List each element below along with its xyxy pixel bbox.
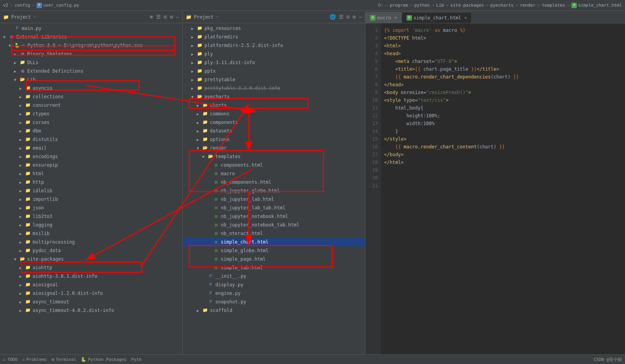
tree-item-components[interactable]: ▶ 📁 components bbox=[183, 118, 365, 127]
tree-item-aiosignal-dist[interactable]: ▶ 📁 aiosignal-1.2.0.dist-info bbox=[0, 289, 182, 298]
tree-item-simple-globe[interactable]: ▤ simple_globe.html bbox=[183, 246, 365, 255]
tree-item-nb-jupyter-lab-tab[interactable]: ▤ nb_jupyter_lab_tab.html bbox=[183, 204, 365, 212]
left-tree-view[interactable]: P main.py ▼ ▦ External Libraries ▼ 🐍 < P… bbox=[0, 23, 182, 354]
tree-item-site-packages[interactable]: ▼ 📂 site-packages bbox=[0, 255, 182, 263]
tree-item-ensurepip[interactable]: ▶ 📁 ensurepip bbox=[0, 161, 182, 169]
tree-item-async-timeout[interactable]: ▶ 📁 async_timeout bbox=[0, 298, 182, 306]
code-content[interactable]: {% import 'macro' as macro %} <!DOCTYPE … bbox=[381, 23, 625, 354]
tree-item-ply-dist[interactable]: ▶ 📁 ply-3.11.dist-info bbox=[183, 58, 365, 67]
tree-item-dlls[interactable]: ▶ 📁 DLLs bbox=[0, 58, 182, 67]
breadcrumb-render[interactable]: render bbox=[520, 3, 536, 8]
expand-all-icon-mid[interactable]: ☰ bbox=[339, 14, 344, 20]
status-pyth[interactable]: Pyth bbox=[131, 357, 142, 362]
tree-item-concurrent[interactable]: ▶ 📁 concurrent bbox=[0, 101, 182, 110]
tree-item-encodings[interactable]: ▶ 📁 encodings bbox=[0, 152, 182, 161]
tree-item-dbm[interactable]: ▶ 📁 dbm bbox=[0, 127, 182, 135]
tree-item-nb-jupyter-notebook-tab[interactable]: ▤ nb_jupyter_notebook_tab.html bbox=[183, 221, 365, 229]
macro-tab-close[interactable]: ✕ bbox=[394, 15, 397, 20]
tree-item-aiohttp[interactable]: ▶ 📁 aiohttp bbox=[0, 263, 182, 272]
tree-item-http[interactable]: ▶ 📁 http bbox=[0, 178, 182, 186]
tree-item-lib[interactable]: ▼ 📂 Lib bbox=[0, 75, 182, 84]
tree-item-templates[interactable]: ▼ 📂 templates bbox=[183, 152, 365, 161]
breadcrumb-templates[interactable]: templates bbox=[542, 3, 565, 8]
tree-item-ext-defs[interactable]: ▶ ▦ Extended Definitions bbox=[0, 67, 182, 75]
expand-all-icon[interactable]: ☰ bbox=[156, 14, 161, 20]
tree-item-python38[interactable]: ▼ 🐍 < Python 3.8 > D:\program\python\pyt… bbox=[0, 41, 182, 50]
breadcrumb-site-packages[interactable]: site-packages bbox=[450, 3, 484, 8]
tree-item-nb-components[interactable]: ▤ nb_components.html bbox=[183, 178, 365, 186]
tree-item-main-py[interactable]: P main.py bbox=[0, 24, 182, 33]
breadcrumb-python[interactable]: python bbox=[414, 3, 430, 8]
tree-item-multiprocessing[interactable]: ▶ 📁 multiprocessing bbox=[0, 238, 182, 246]
close-panel-icon[interactable]: — bbox=[176, 14, 179, 20]
tree-item-simple-chart[interactable]: ▤ simple_chart.html bbox=[183, 238, 365, 246]
tree-item-nb-jupyter-globe[interactable]: ▤ nb_jupyter_globe.html bbox=[183, 186, 365, 195]
breadcrumb-pyecharts[interactable]: pyecharts bbox=[491, 3, 514, 8]
tree-item-simple-tab[interactable]: ▤ simple_tab.html bbox=[183, 263, 365, 272]
breadcrumb-simple-chart[interactable]: simple_chart.html bbox=[578, 3, 622, 8]
tree-item-ctypes[interactable]: ▶ 📁 ctypes bbox=[0, 110, 182, 118]
settings-icon-mid[interactable]: ⚙ bbox=[353, 14, 356, 20]
tree-item-engine-py[interactable]: P engine.py bbox=[183, 289, 365, 298]
tree-item-idlelib[interactable]: ▶ 📁 idlelib bbox=[0, 186, 182, 195]
simple-chart-tab-close[interactable]: ✕ bbox=[464, 15, 467, 20]
tree-item-aiosignal[interactable]: ▶ 📁 aiosignal bbox=[0, 280, 182, 289]
tab-simple-chart[interactable]: H simple_chart.html ✕ bbox=[402, 12, 472, 23]
tree-item-init-py[interactable]: P __init__.py bbox=[183, 272, 365, 280]
left-panel-dropdown[interactable]: ▾ bbox=[33, 14, 36, 19]
status-terminal[interactable]: ⊞ Terminal bbox=[52, 357, 77, 362]
settings-icon[interactable]: ⚙ bbox=[170, 14, 173, 20]
collapse-all-icon-mid[interactable]: ⊟ bbox=[347, 14, 350, 20]
tab-macro[interactable]: H macro ✕ bbox=[365, 12, 402, 23]
status-todo[interactable]: ☑ TODO bbox=[3, 357, 17, 362]
breadcrumb-config[interactable]: config bbox=[15, 3, 30, 8]
tree-item-render[interactable]: ▼ 📂 render bbox=[183, 144, 365, 152]
breadcrumb-program[interactable]: program bbox=[390, 3, 408, 8]
tree-item-options[interactable]: ▶ 📁 options bbox=[183, 135, 365, 144]
tree-item-lib2to3[interactable]: ▶ 📁 lib2to3 bbox=[0, 212, 182, 221]
tree-item-external-libs[interactable]: ▼ ▦ External Libraries bbox=[0, 33, 182, 41]
tree-item-importlib[interactable]: ▶ 📁 importlib bbox=[0, 195, 182, 204]
status-python-packages[interactable]: 🐍 Python Packages bbox=[81, 357, 126, 362]
tree-item-datasets[interactable]: ▶ 📁 datasets bbox=[183, 127, 365, 135]
tree-item-pyecharts[interactable]: ▼ 📂 pyecharts bbox=[183, 92, 365, 101]
tree-item-snapshot-py[interactable]: P snapshot.py bbox=[183, 298, 365, 306]
collapse-all-icon[interactable]: ⊟ bbox=[164, 14, 167, 20]
middle-tree-view[interactable]: ▶ 📁 pkg_resources ▶ 📁 platformdirs ▶ 📁 p… bbox=[183, 23, 365, 354]
tree-item-logging[interactable]: ▶ 📁 logging bbox=[0, 221, 182, 229]
tree-item-aiohttp-dist[interactable]: ▶ 📁 aiohttp-3.8.1.dist-info bbox=[0, 272, 182, 280]
tree-item-async-timeout-dist[interactable]: ▶ 📁 async_timeout-4.0.2.dist-info bbox=[0, 306, 182, 315]
tree-item-email[interactable]: ▶ 📁 email bbox=[0, 144, 182, 152]
middle-panel-dropdown[interactable]: ▾ bbox=[216, 14, 219, 19]
tree-item-json[interactable]: ▶ 📁 json bbox=[0, 204, 182, 212]
tree-item-ply[interactable]: ▶ 📁 ply bbox=[183, 50, 365, 58]
tree-item-scaffold[interactable]: ▶ 📁 scaffold bbox=[183, 306, 365, 315]
tree-item-display-py[interactable]: P display.py bbox=[183, 280, 365, 289]
status-problems[interactable]: ⚠ Problems bbox=[22, 357, 47, 362]
tree-item-components-html[interactable]: ▤ components.html bbox=[183, 161, 365, 169]
close-mid-icon[interactable]: — bbox=[359, 14, 362, 20]
breadcrumb-lib[interactable]: Lib bbox=[436, 3, 444, 8]
tree-item-distutils[interactable]: ▶ 📁 distutils bbox=[0, 135, 182, 144]
tree-item-binary-skeletons[interactable]: ▶ ▦ Binary Skeletons bbox=[0, 50, 182, 58]
tree-item-charts[interactable]: ▶ 📁 charts bbox=[183, 101, 365, 110]
tree-item-pydoc-data[interactable]: ▶ 📁 pydoc_data bbox=[0, 246, 182, 255]
tree-item-msilib[interactable]: ▶ 📁 msilib bbox=[0, 229, 182, 238]
tree-item-html[interactable]: ▶ 📁 html bbox=[0, 169, 182, 178]
tree-item-macro[interactable]: ▤ macro bbox=[183, 169, 365, 178]
tree-item-asyncio[interactable]: ▶ 📁 asyncio bbox=[0, 84, 182, 92]
globe-icon[interactable]: 🌐 bbox=[330, 14, 336, 20]
tree-item-platformdirs-dist[interactable]: ▶ 📁 platformdirs-2.5.2.dist-info bbox=[183, 41, 365, 50]
tree-item-simple-page[interactable]: ▤ simple_page.html bbox=[183, 255, 365, 263]
tree-item-collections[interactable]: ▶ 📁 collections bbox=[0, 92, 182, 101]
tree-item-curses[interactable]: ▶ 📁 curses bbox=[0, 118, 182, 127]
scope-icon[interactable]: ⊕ bbox=[150, 14, 153, 20]
tree-item-platformdirs[interactable]: ▶ 📁 platformdirs bbox=[183, 33, 365, 41]
breadcrumb-user-config[interactable]: user_config.py bbox=[43, 3, 79, 8]
tree-item-prettytable[interactable]: ▶ 📁 prettytable bbox=[183, 75, 365, 84]
tree-item-nb-jupyter-lab[interactable]: ▤ nb_jupyter_lab.html bbox=[183, 195, 365, 204]
tree-item-prettytable-dist[interactable]: ▶ 📁 prettytable-3.2.0.dist-info bbox=[183, 84, 365, 92]
tree-item-nb-jupyter-notebook[interactable]: ▤ nb_jupyter_notebook.html bbox=[183, 212, 365, 221]
tree-item-commons[interactable]: ▶ 📁 commons bbox=[183, 110, 365, 118]
tree-item-nb-nteract[interactable]: ▤ nb_nteract.html bbox=[183, 229, 365, 238]
